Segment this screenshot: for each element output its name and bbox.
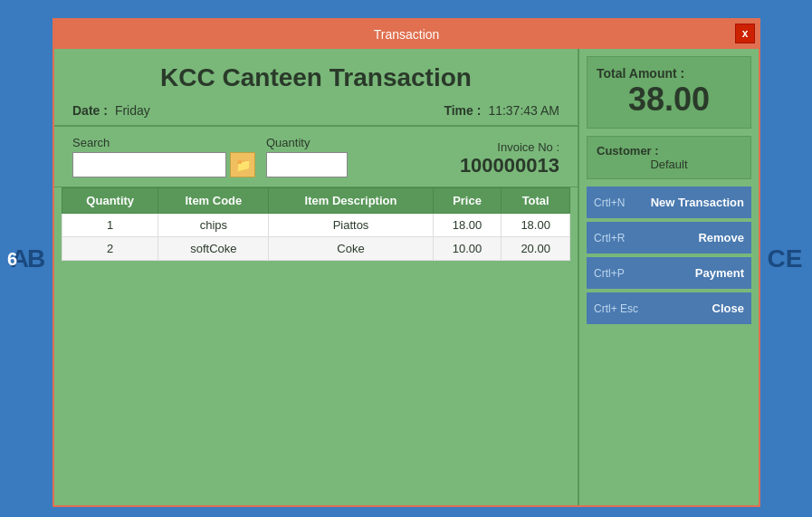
cell-quantity: 2 xyxy=(62,237,158,261)
right-panel: Total Amount : 38.00 Customer : Default … xyxy=(578,49,759,505)
cell-item_code: chips xyxy=(158,214,269,237)
total-amount-value: 38.00 xyxy=(597,81,741,119)
table-row: 1chipsPiattos18.0018.00 xyxy=(62,214,570,237)
date-section: Date : Friday xyxy=(72,103,150,118)
time-value: 11:37:43 AM xyxy=(488,103,559,118)
btn-shortcut: Crtl+P xyxy=(594,267,625,280)
side-number: 6 xyxy=(7,248,17,269)
content-area: KCC Canteen Transaction Date : Friday Ti… xyxy=(54,49,759,505)
cell-item_description: Piattos xyxy=(269,214,433,237)
close-window-button[interactable]: x xyxy=(735,24,755,43)
main-window: Transaction x KCC Canteen Transaction Da… xyxy=(53,18,760,507)
total-box: Total Amount : 38.00 xyxy=(587,56,751,129)
app-title: KCC Canteen Transaction xyxy=(72,63,559,92)
cell-quantity: 1 xyxy=(62,214,158,237)
table-row: 2softCokeCoke10.0020.00 xyxy=(62,237,570,261)
table-header-row: Quantity Item Code Item Description Pric… xyxy=(62,188,570,214)
col-total: Total xyxy=(502,188,570,214)
total-amount-label: Total Amount : xyxy=(597,66,741,81)
btn-label: Remove xyxy=(698,231,744,244)
bg-right-text: CE xyxy=(768,244,803,273)
btn-shortcut: Crtl+R xyxy=(594,232,625,244)
btn-label: Payment xyxy=(695,266,744,280)
customer-box: Customer : Default xyxy=(587,136,751,179)
transactions-table: Quantity Item Code Item Description Pric… xyxy=(62,187,570,261)
quantity-input[interactable] xyxy=(266,152,348,177)
cell-price: 10.00 xyxy=(433,237,502,261)
btn-shortcut: Crtl+ Esc xyxy=(594,302,638,315)
action-button-close[interactable]: Crtl+ EscClose xyxy=(587,292,751,324)
time-label: Time : xyxy=(444,103,481,118)
form-section: Search 📁 Quantity Invoice No : 100000013 xyxy=(54,127,578,187)
action-button-remove[interactable]: Crtl+RRemove xyxy=(587,222,751,254)
date-value: Friday xyxy=(115,103,150,118)
folder-icon: 📁 xyxy=(235,158,251,172)
quantity-group: Quantity xyxy=(266,136,348,177)
cell-item_code: softCoke xyxy=(158,237,269,261)
btn-label: Close xyxy=(712,302,744,315)
action-button-new-transaction[interactable]: Crtl+NNew Transaction xyxy=(587,187,751,218)
invoice-section: Invoice No : 100000013 xyxy=(460,140,559,177)
title-bar: Transaction x xyxy=(54,20,759,49)
col-item-description: Item Description xyxy=(269,188,433,214)
search-row: 📁 xyxy=(72,152,255,177)
btn-label: New Transaction xyxy=(651,196,744,209)
window-title: Transaction xyxy=(374,27,440,42)
table-section: Quantity Item Code Item Description Pric… xyxy=(54,187,578,505)
customer-label: Customer : xyxy=(597,144,741,158)
invoice-number: 100000013 xyxy=(460,154,559,177)
col-item-code: Item Code xyxy=(158,188,269,214)
invoice-label: Invoice No : xyxy=(497,140,559,154)
search-input[interactable] xyxy=(72,152,226,177)
col-quantity: Quantity xyxy=(62,188,158,214)
bg-right-decoration: CE xyxy=(758,0,812,517)
main-panel: KCC Canteen Transaction Date : Friday Ti… xyxy=(54,49,578,505)
search-group: Search 📁 xyxy=(72,136,255,177)
date-label: Date : xyxy=(72,103,108,118)
quantity-label: Quantity xyxy=(266,136,348,149)
cell-total: 20.00 xyxy=(502,237,570,261)
info-row: Date : Friday Time : 11:37:43 AM xyxy=(72,103,559,118)
search-label: Search xyxy=(72,136,255,149)
cell-item_description: Coke xyxy=(269,237,433,261)
time-section: Time : 11:37:43 AM xyxy=(444,103,559,118)
action-button-payment[interactable]: Crtl+PPayment xyxy=(587,257,751,289)
customer-value: Default xyxy=(597,158,741,171)
action-buttons: Crtl+NNew TransactionCrtl+RRemoveCrtl+PP… xyxy=(587,187,751,328)
btn-shortcut: Crtl+N xyxy=(594,196,625,209)
header-section: KCC Canteen Transaction Date : Friday Ti… xyxy=(54,49,578,127)
col-price: Price xyxy=(433,188,502,214)
cell-price: 18.00 xyxy=(433,214,502,237)
folder-button[interactable]: 📁 xyxy=(230,152,255,177)
cell-total: 18.00 xyxy=(502,214,570,237)
